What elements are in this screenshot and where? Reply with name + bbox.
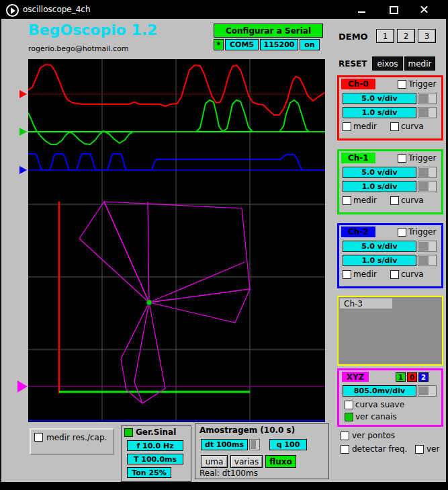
ch2-label: Ch-2 (341, 227, 375, 237)
amostragem-title: Amostragem (10.0 s) (199, 425, 295, 435)
ch2-trigger-arrow[interactable] (19, 166, 27, 174)
amostragem-fluxo-button[interactable]: fluxo (265, 455, 296, 468)
ver-pontos-label: ver pontos (352, 431, 395, 440)
window-title: oscilloscope_4ch (23, 5, 91, 14)
ch0-curva-checkbox[interactable] (390, 122, 399, 131)
curva-suave-label: curva suave (355, 400, 404, 409)
amostragem-dt-value[interactable]: dt 100ms (201, 439, 248, 450)
ch1-curva-checkbox[interactable] (390, 196, 399, 205)
reset-eixos-button[interactable]: eixos (372, 56, 403, 71)
maximize-button[interactable] (383, 0, 403, 19)
ch0-tdiv-scrollbar[interactable] (418, 107, 437, 118)
ch2-curva-label: curva (401, 270, 424, 279)
ch2-vdiv-value[interactable]: 5.0 v/div (343, 241, 416, 252)
ch0-medir-checkbox[interactable] (343, 122, 351, 131)
xyz-channel-1-button[interactable]: 1 (396, 372, 406, 382)
xyz-scale-scrollbar[interactable] (418, 385, 437, 397)
medir-res-panel: medir res./cap. (30, 428, 114, 455)
channel-panel-ch3: Ch-3 (337, 296, 443, 366)
amostragem-varias-button[interactable]: varias (230, 455, 263, 468)
ver-checkbox[interactable] (415, 445, 424, 454)
xyz-trigger-arrow[interactable] (17, 380, 28, 393)
ch1-trigger-arrow[interactable] (19, 128, 27, 136)
ch2-trigger-checkbox[interactable] (398, 228, 406, 237)
ver-canais-label: ver canais (355, 412, 397, 421)
ch1-tdiv-scrollbar[interactable] (418, 181, 437, 192)
ch0-trigger-checkbox[interactable] (398, 80, 406, 89)
demo-button-2[interactable]: 2 (397, 29, 415, 43)
serial-status-box: * (214, 39, 224, 50)
amostragem-uma-button[interactable]: uma (201, 455, 228, 468)
ch1-label: Ch-1 (341, 153, 375, 163)
ch0-trigger-arrow[interactable] (19, 90, 27, 98)
ver-pontos-checkbox[interactable] (341, 432, 349, 440)
ger-sinal-period-value[interactable]: T 100.0ms (127, 454, 183, 464)
ch1-medir-checkbox[interactable] (343, 196, 351, 205)
ch1-trigger-label: Trigger (408, 153, 436, 163)
ch2-vdiv-scrollbar[interactable] (418, 241, 437, 252)
xyz-label: XYZ (342, 372, 369, 382)
ch2-tdiv-scrollbar[interactable] (418, 255, 437, 266)
author-email: rogerio.bego@hotmail.com (28, 44, 128, 53)
ger-sinal-checkbox[interactable] (124, 428, 133, 437)
ger-sinal-title: Ger.Sinal (136, 427, 176, 437)
ch1-curva-label: curva (401, 196, 424, 205)
ch2-medir-checkbox[interactable] (343, 270, 351, 279)
window-border-bottom (0, 482, 448, 490)
demo-button-3[interactable]: 3 (418, 29, 436, 43)
ger-sinal-panel: Ger.Sinal f 10.0 Hz T 100.0ms Ton 25% (121, 425, 191, 482)
ch2-curva-checkbox[interactable] (390, 270, 399, 279)
medir-res-checkbox[interactable] (34, 433, 43, 442)
ger-sinal-ton-value[interactable]: Ton 25% (127, 467, 171, 478)
channel-panel-ch1: Ch-1 Trigger 5.0 v/div 1.0 s/div medir c… (337, 149, 443, 214)
ch1-medir-label: medir (353, 196, 377, 205)
ch1-trigger-checkbox[interactable] (398, 154, 406, 163)
amostragem-panel: Amostragem (10.0 s) dt 100ms q 100 uma v… (195, 423, 329, 479)
medir-res-label: medir res./cap. (46, 433, 107, 442)
ch0-trigger-label: Trigger (408, 79, 436, 89)
xyz-channel-0-button[interactable]: 0 (407, 372, 417, 382)
ch0-medir-label: medir (353, 122, 377, 131)
ch1-vdiv-value[interactable]: 5.0 v/div (343, 167, 416, 178)
app-window: oscilloscope_4ch BegOscopio 1.2 rogerio.… (0, 0, 448, 490)
xyz-panel: XYZ 1 0 2 805.0mv/div curva suave ver ca… (337, 368, 443, 427)
ch2-medir-label: medir (353, 270, 377, 279)
close-icon (420, 5, 429, 14)
ch0-vdiv-scrollbar[interactable] (418, 93, 437, 104)
curva-suave-checkbox[interactable] (345, 401, 353, 409)
ch1-tdiv-value[interactable]: 1.0 s/div (343, 181, 416, 192)
channel-panel-ch0: Ch-0 Trigger 5.0 v/div 1.0 s/div medir c… (337, 75, 443, 140)
xyz-scale-value[interactable]: 805.0mv/div (343, 385, 416, 397)
serial-on-toggle[interactable]: on (300, 39, 320, 50)
close-button[interactable] (414, 0, 434, 19)
ch2-trigger-label: Trigger (408, 227, 436, 237)
app-play-icon (6, 4, 19, 17)
amostragem-dt-scrollbar[interactable] (249, 439, 260, 450)
ver-label: ver (427, 444, 439, 454)
ch0-curva-label: curva (401, 122, 424, 131)
serial-port-select[interactable]: COM5 (225, 39, 259, 50)
ch0-label: Ch-0 (341, 79, 375, 89)
minimize-icon (358, 11, 365, 13)
minimize-button[interactable] (352, 0, 372, 19)
xyz-channel-2-button[interactable]: 2 (418, 372, 429, 382)
detectar-freq-checkbox[interactable] (341, 445, 349, 454)
serial-baud-select[interactable]: 115200 (260, 39, 298, 50)
amostragem-real-label: Real: dt100ms (199, 468, 258, 478)
ch0-tdiv-value[interactable]: 1.0 s/div (343, 107, 416, 118)
titlebar: oscilloscope_4ch (0, 0, 448, 19)
ch3-label[interactable]: Ch-3 (340, 298, 392, 309)
reset-label: RESET (339, 59, 367, 69)
amostragem-q-value[interactable]: q 100 (269, 439, 307, 450)
configure-serial-button[interactable]: Configurar a Serial (214, 24, 323, 38)
demo-button-1[interactable]: 1 (376, 29, 394, 43)
scope-display (28, 59, 325, 422)
reset-medir-button[interactable]: medir (404, 56, 435, 71)
ver-canais-checkbox[interactable] (345, 413, 353, 421)
ch2-tdiv-value[interactable]: 1.0 s/div (343, 255, 416, 266)
ger-sinal-freq-value[interactable]: f 10.0 Hz (127, 440, 183, 451)
ch0-vdiv-value[interactable]: 5.0 v/div (343, 93, 416, 104)
app-title: BegOscopio 1.2 (28, 22, 157, 38)
ch1-vdiv-scrollbar[interactable] (418, 167, 437, 178)
detectar-freq-label: detectar freq. (352, 444, 407, 454)
